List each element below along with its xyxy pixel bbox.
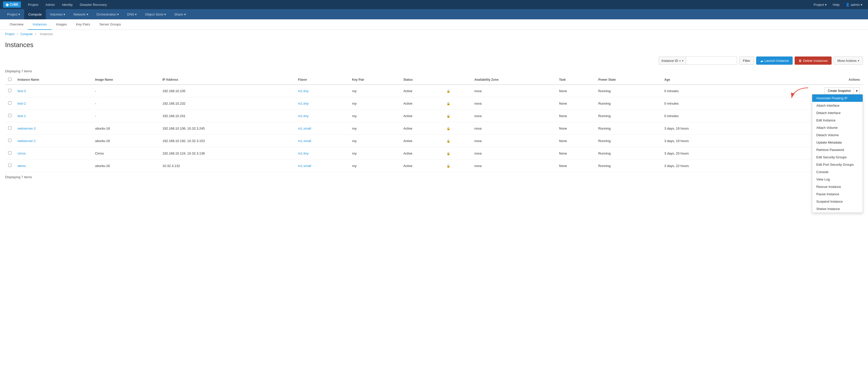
row-checkbox[interactable] (8, 139, 11, 142)
flavor-link[interactable]: m1.small (298, 127, 311, 130)
top-nav-right: Project ▾ Help 👤 admin ▾ (811, 3, 865, 7)
select-all-header[interactable] (5, 75, 14, 85)
sec-nav-dns[interactable]: DNS ▾ (123, 9, 141, 19)
tab-key-pairs[interactable]: Key Pairs (71, 19, 95, 30)
col-ip-address: IP Address (159, 75, 295, 85)
nav-admin[interactable]: Admin (42, 0, 58, 9)
create-snapshot-button[interactable]: Create Snapshot (825, 87, 854, 94)
instance-name-link[interactable]: cirros (18, 152, 26, 155)
row-checkbox-cell[interactable] (5, 147, 14, 160)
tab-images[interactable]: Images (52, 19, 71, 30)
status-cell: Active (400, 85, 444, 97)
project-selector[interactable]: Project ▾ (811, 3, 829, 7)
row-checkbox-cell[interactable] (5, 122, 14, 135)
dropdown-item-edit-security-groups[interactable]: Edit Security Groups (812, 154, 863, 161)
instance-name-cell: demo (14, 160, 92, 172)
filter-input[interactable] (686, 57, 737, 65)
status-icon-cell: 🔒 (443, 110, 471, 122)
nav-project[interactable]: Project (25, 0, 42, 9)
keypair-cell: roy (349, 85, 400, 97)
row-checkbox[interactable] (8, 89, 11, 92)
flavor-link[interactable]: m1.small (298, 139, 311, 143)
col-age: Age (661, 75, 747, 85)
nav-identity[interactable]: Identity (58, 0, 76, 9)
row-checkbox[interactable] (8, 126, 11, 130)
ip-address-cell: 192.168.10.105 (159, 85, 295, 97)
status-cell: Active (400, 97, 444, 110)
more-actions-button[interactable]: More Actions ▾ (834, 57, 863, 65)
row-checkbox-cell[interactable] (5, 85, 14, 97)
keypair-cell: roy (349, 160, 400, 172)
delete-instances-button[interactable]: 🗑 Delete Instances (795, 57, 832, 65)
row-checkbox-cell[interactable] (5, 160, 14, 172)
flavor-link[interactable]: m1.tiny (298, 89, 309, 93)
sec-nav-project[interactable]: Project ▾ (3, 9, 24, 19)
select-all-checkbox[interactable] (8, 78, 11, 81)
action-dropdown-toggle[interactable]: ▾ (854, 87, 860, 94)
instance-name-link[interactable]: demo (18, 164, 26, 168)
row-checkbox[interactable] (8, 101, 11, 105)
launch-instance-button[interactable]: ☁ Launch Instance (756, 57, 793, 65)
flavor-link[interactable]: m1.small (298, 164, 311, 168)
row-checkbox-cell[interactable] (5, 97, 14, 110)
app-logo[interactable]: ◉ CUBE (3, 2, 21, 8)
dropdown-item-attach-volume[interactable]: Attach Volume (812, 124, 863, 131)
filter-button[interactable]: Filter (739, 57, 754, 65)
dropdown-item-edit-instance[interactable]: Edit Instance (812, 117, 863, 124)
sec-nav-volumes[interactable]: Volumes ▾ (46, 9, 69, 19)
row-checkbox-cell[interactable] (5, 135, 14, 147)
sec-nav-compute[interactable]: Compute (24, 9, 46, 19)
dropdown-item-associate-floating-ip[interactable]: Associate Floating IP (812, 94, 863, 102)
breadcrumb-compute[interactable]: Compute (20, 32, 33, 36)
status-icon-cell: 🔒 (443, 122, 471, 135)
dropdown-item-update-metadata[interactable]: Update Metadata (812, 139, 863, 146)
instances-table: Instance Name Image Name IP Address Flav… (5, 75, 863, 172)
flavor-cell: m1.tiny (295, 97, 349, 110)
cube-icon: ◉ (6, 3, 9, 7)
footer-count-label: Displaying 7 items (5, 172, 863, 182)
dropdown-item-attach-interface[interactable]: Attach Interface (812, 102, 863, 109)
dropdown-item-retrieve-password[interactable]: Retrieve Password (812, 146, 863, 154)
tab-overview[interactable]: Overview (5, 19, 28, 30)
row-checkbox-cell[interactable] (5, 110, 14, 122)
dropdown-item-detach-volume[interactable]: Detach Volume (812, 131, 863, 139)
instance-name-cell: webserver-1 (14, 135, 92, 147)
dropdown-item-detach-interface[interactable]: Detach Interface (812, 109, 863, 117)
power-state-cell: Running (595, 85, 661, 97)
instance-name-link[interactable]: test-1 (18, 114, 26, 118)
sec-nav-object-store[interactable]: Object Store ▾ (141, 9, 170, 19)
flavor-cell: m1.tiny (295, 147, 349, 160)
age-cell: 0 minutes (661, 85, 747, 97)
status-cell: Active (400, 135, 444, 147)
filter-select[interactable]: Instance ID = ▾ (659, 57, 686, 65)
row-checkbox[interactable] (8, 114, 11, 117)
flavor-link[interactable]: m1.tiny (298, 152, 309, 155)
instance-name-link[interactable]: webserver-2 (18, 127, 36, 130)
row-checkbox[interactable] (8, 151, 11, 155)
flavor-link[interactable]: m1.tiny (298, 102, 309, 105)
tab-server-groups[interactable]: Server Groups (95, 19, 126, 30)
dropdown-item-console[interactable]: Console (812, 168, 863, 176)
user-menu[interactable]: 👤 admin ▾ (843, 3, 865, 7)
status-cell: Active (400, 122, 444, 135)
sec-nav-network[interactable]: Network ▾ (69, 9, 92, 19)
dropdown-item-edit-port-security-groups[interactable]: Edit Port Security Groups (812, 161, 863, 168)
instance-name-link[interactable]: webserver-1 (18, 139, 36, 143)
flavor-cell: m1.tiny (295, 110, 349, 122)
sec-nav-share[interactable]: Share ▾ (170, 9, 190, 19)
table-row: test-3 - 192.168.10.105 m1.tiny roy Acti… (5, 85, 863, 97)
sec-nav-orchestration[interactable]: Orchestration ▾ (92, 9, 123, 19)
power-state-cell: Running (595, 147, 661, 160)
dropdown-item-view-log[interactable]: View Log (812, 176, 863, 182)
instance-name-link[interactable]: test-2 (18, 102, 26, 105)
col-instance-name: Instance Name (14, 75, 92, 85)
task-cell: None (556, 97, 595, 110)
breadcrumb-project[interactable]: Project (5, 32, 14, 36)
flavor-link[interactable]: m1.tiny (298, 114, 309, 118)
nav-disaster-recovery[interactable]: Disaster Recovery (76, 0, 110, 9)
tab-instances[interactable]: Instances (28, 19, 52, 30)
instance-name-link[interactable]: test-3 (18, 89, 26, 93)
status-icon-cell: 🔒 (443, 160, 471, 172)
row-checkbox[interactable] (8, 164, 11, 167)
help-link[interactable]: Help (830, 3, 842, 7)
